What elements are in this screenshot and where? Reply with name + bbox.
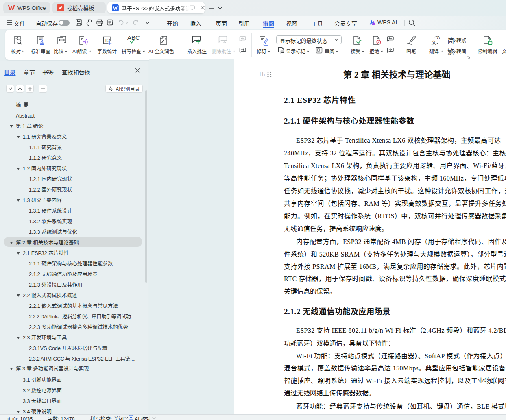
svg-text:12: 12 <box>105 37 110 44</box>
svg-text:ABC: ABC <box>127 34 140 41</box>
svg-text:A: A <box>437 35 440 41</box>
svg-text:文: 文 <box>432 39 436 46</box>
